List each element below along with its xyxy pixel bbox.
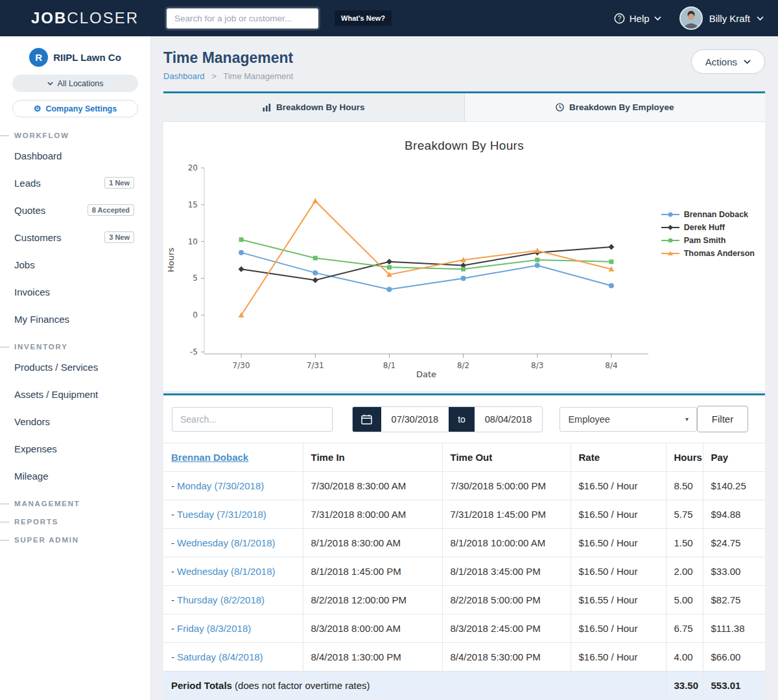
day-link[interactable]: Saturday (8/4/2018) bbox=[177, 651, 263, 662]
pay-cell: $24.75 bbox=[703, 529, 765, 557]
day-link[interactable]: Monday (7/30/2018) bbox=[177, 480, 264, 491]
rate-cell: $16.50 / Hour bbox=[571, 500, 666, 529]
date-to-button[interactable]: to bbox=[449, 407, 474, 432]
section-workflow[interactable]: WORKFLOW bbox=[0, 132, 150, 139]
rate-cell: $16.55 / Hour bbox=[571, 586, 666, 614]
svg-text:8/4: 8/4 bbox=[605, 361, 617, 370]
company-name: RIIPL Lawn Co bbox=[53, 52, 121, 63]
hours-chart: Breakdown By Hours -5051015207/307/318/1… bbox=[163, 122, 765, 391]
section-inventory[interactable]: INVENTORY bbox=[0, 343, 150, 351]
date-to-field[interactable]: 08/04/2018 bbox=[475, 407, 543, 432]
help-menu[interactable]: ? Help bbox=[614, 13, 661, 24]
svg-text:?: ? bbox=[618, 15, 622, 22]
app-logo[interactable]: JOBCLOSER bbox=[31, 9, 139, 27]
section-reports[interactable]: REPORTS bbox=[0, 518, 150, 526]
time-out-cell: 8/2/2018 5:00:00 PM bbox=[442, 586, 571, 614]
sidebar-item-products-services[interactable]: Products / Services bbox=[0, 353, 150, 380]
time-in-cell: 8/2/2018 12:00:00 PM bbox=[303, 586, 442, 614]
sidebar-item-assets-equipment[interactable]: Assets / Equipment bbox=[0, 380, 150, 408]
pay-cell: $66.00 bbox=[703, 643, 765, 671]
day-link[interactable]: Tuesday (7/31/2018) bbox=[177, 509, 266, 520]
legend-item[interactable]: Thomas Anderson bbox=[661, 249, 755, 258]
sidebar-item-my-finances[interactable]: My Finances bbox=[0, 305, 150, 332]
table-row: -Saturday (8/4/2018) 8/4/2018 1:30:00 PM… bbox=[163, 643, 765, 671]
section-management[interactable]: MANAGEMENT bbox=[0, 500, 150, 508]
date-from-field[interactable]: 07/30/2018 bbox=[381, 407, 449, 432]
legend-label: Thomas Anderson bbox=[684, 249, 755, 258]
chart-title: Breakdown By Hours bbox=[163, 122, 765, 153]
pay-cell: $111.38 bbox=[703, 614, 765, 643]
sidebar-item-customers[interactable]: Customers3 New bbox=[0, 224, 150, 251]
legend-marker-icon bbox=[661, 224, 680, 231]
employee-name-link[interactable]: Brennan Doback bbox=[171, 452, 248, 463]
chevron-down-icon bbox=[757, 16, 764, 21]
legend-item[interactable]: Pam Smith bbox=[661, 236, 755, 245]
global-search-input[interactable] bbox=[166, 8, 319, 29]
time-out-cell: 8/1/2018 10:00:00 AM bbox=[442, 529, 571, 557]
svg-text:20: 20 bbox=[188, 163, 198, 172]
hours-cell: 1.50 bbox=[666, 529, 703, 557]
time-in-cell: 7/31/2018 8:00:00 AM bbox=[303, 500, 442, 529]
avatar bbox=[679, 6, 703, 30]
pay-cell: $82.75 bbox=[703, 586, 765, 614]
filter-bar: 07/30/2018 to 08/04/2018 Employee ▾ Filt… bbox=[163, 395, 765, 443]
gear-icon: ⚙ bbox=[34, 104, 41, 113]
total-pay: 553.01 bbox=[703, 671, 765, 700]
day-link[interactable]: Wednesday (8/1/2018) bbox=[177, 566, 276, 577]
top-navbar: JOBCLOSER What's New? ? Help Billy Kraft bbox=[0, 0, 778, 36]
legend-item[interactable]: Derek Huff bbox=[661, 223, 755, 232]
table-row: -Tuesday (7/31/2018) 7/31/2018 8:00:00 A… bbox=[163, 500, 765, 529]
hours-cell: 5.75 bbox=[666, 500, 703, 529]
svg-text:-5: -5 bbox=[190, 347, 198, 356]
col-time-out: Time Out bbox=[442, 443, 571, 472]
svg-text:Hours: Hours bbox=[166, 248, 176, 272]
rate-cell: $16.50 / Hour bbox=[571, 614, 666, 643]
svg-text:Date: Date bbox=[416, 369, 436, 379]
day-link[interactable]: Wednesday (8/1/2018) bbox=[177, 537, 276, 548]
sidebar-item-vendors[interactable]: Vendors bbox=[0, 408, 150, 435]
legend-item[interactable]: Brennan Doback bbox=[661, 210, 755, 219]
tab-breakdown-by-employee[interactable]: Breakdown By Employee bbox=[465, 93, 766, 121]
whats-new-button[interactable]: What's New? bbox=[335, 10, 392, 26]
all-locations-dropdown[interactable]: All Locations bbox=[12, 75, 138, 92]
time-in-cell: 8/3/2018 8:00:00 AM bbox=[303, 614, 442, 643]
calendar-button[interactable] bbox=[353, 407, 381, 432]
sidebar-item-quotes[interactable]: Quotes8 Accepted bbox=[0, 196, 150, 224]
filter-button[interactable]: Filter bbox=[697, 406, 748, 432]
page-title: Time Management bbox=[163, 49, 293, 67]
actions-button[interactable]: Actions bbox=[691, 49, 765, 74]
avatar-photo bbox=[681, 8, 701, 30]
hours-chart-svg: -5051015207/307/318/18/28/38/4DateHours bbox=[163, 154, 656, 381]
sidebar-nav: WORKFLOW Dashboard Leads1 New Quotes8 Ac… bbox=[0, 132, 150, 544]
user-menu[interactable]: Billy Kraft bbox=[679, 6, 764, 30]
help-label: Help bbox=[630, 13, 650, 24]
section-super-admin[interactable]: SUPER ADMIN bbox=[0, 536, 150, 544]
leads-badge: 1 New bbox=[104, 177, 134, 189]
sidebar-item-leads[interactable]: Leads1 New bbox=[0, 169, 150, 196]
tab-breakdown-by-hours[interactable]: Breakdown By Hours bbox=[163, 93, 465, 121]
sidebar-item-jobs[interactable]: Jobs bbox=[0, 251, 150, 278]
company-settings-button[interactable]: ⚙ Company Settings bbox=[12, 100, 138, 117]
legend-marker-icon bbox=[661, 250, 680, 257]
table-search-input[interactable] bbox=[172, 407, 333, 432]
sidebar-item-dashboard[interactable]: Dashboard bbox=[0, 142, 150, 169]
sidebar-item-invoices[interactable]: Invoices bbox=[0, 278, 150, 305]
chevron-down-icon bbox=[654, 16, 661, 21]
company-row[interactable]: R RIIPL Lawn Co bbox=[0, 48, 150, 67]
total-hours: 33.50 bbox=[666, 671, 703, 700]
company-logo: R bbox=[29, 48, 48, 67]
chevron-down-icon bbox=[744, 60, 751, 64]
period-totals-row: Period Totals (does not factor overtime … bbox=[163, 671, 765, 700]
chart-legend: Brennan DobackDerek HuffPam SmithThomas … bbox=[661, 210, 755, 262]
employee-select[interactable]: Employee ▾ bbox=[560, 407, 697, 432]
breadcrumb-dashboard[interactable]: Dashboard bbox=[163, 71, 205, 81]
sidebar-item-mileage[interactable]: Mileage bbox=[0, 462, 150, 489]
time-out-cell: 8/3/2018 2:45:00 PM bbox=[442, 614, 571, 643]
pay-cell: $94.88 bbox=[703, 500, 765, 529]
svg-text:5: 5 bbox=[193, 274, 198, 283]
legend-marker-icon bbox=[661, 211, 680, 218]
day-link[interactable]: Thursday (8/2/2018) bbox=[177, 594, 265, 605]
sidebar-item-expenses[interactable]: Expenses bbox=[0, 435, 150, 462]
day-link[interactable]: Friday (8/3/2018) bbox=[177, 623, 251, 634]
breadcrumb-current: Time Management bbox=[223, 71, 293, 81]
